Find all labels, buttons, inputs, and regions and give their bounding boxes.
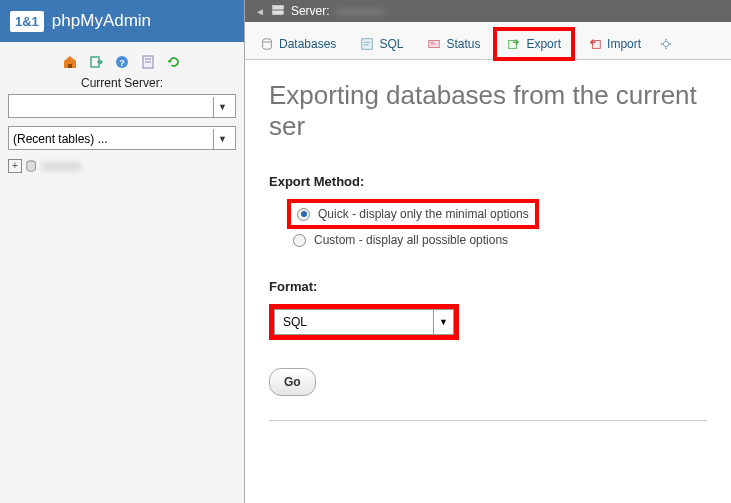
sql-icon: [360, 37, 374, 51]
svg-point-19: [664, 41, 669, 46]
svg-text:?: ?: [119, 58, 125, 68]
radio-label: Custom - display all possible options: [314, 233, 508, 247]
database-icon: [260, 37, 274, 51]
expand-icon[interactable]: +: [8, 159, 22, 173]
chevron-down-icon: ▼: [433, 310, 453, 334]
breadcrumb-label: Server:: [291, 4, 330, 18]
server-icon: [271, 3, 285, 20]
go-button[interactable]: Go: [269, 368, 316, 396]
recent-value: (Recent tables) ...: [13, 132, 108, 146]
radio-icon: [293, 234, 306, 247]
exit-icon[interactable]: [88, 54, 104, 70]
home-icon[interactable]: [62, 54, 78, 70]
sidebar: 1&1 phpMyAdmin ? Current Server: ▼ (Rece…: [0, 0, 245, 503]
settings-icon: [659, 37, 673, 51]
tab-databases[interactable]: Databases: [249, 30, 347, 58]
format-select[interactable]: SQL ▼: [274, 309, 454, 335]
logo-bar: 1&1 phpMyAdmin: [0, 0, 244, 42]
svg-rect-9: [273, 10, 284, 14]
format-label: Format:: [269, 279, 707, 294]
svg-rect-0: [68, 64, 72, 68]
radio-quick[interactable]: Quick - display only the minimal options: [287, 199, 539, 229]
tab-status[interactable]: Status: [416, 30, 491, 58]
tab-label: Status: [446, 37, 480, 51]
database-icon: [25, 159, 39, 173]
radio-custom[interactable]: Custom - display all possible options: [287, 229, 707, 251]
export-icon: [507, 37, 521, 51]
import-icon: [588, 37, 602, 51]
breadcrumb-server: xxxxxxxx: [336, 4, 384, 18]
help-icon[interactable]: ?: [114, 54, 130, 70]
method-label: Export Method:: [269, 174, 707, 189]
content: Exporting databases from the current ser…: [245, 60, 731, 441]
chevron-left-icon[interactable]: ◄: [255, 6, 265, 17]
sql-doc-icon[interactable]: [140, 54, 156, 70]
recent-tables-select[interactable]: (Recent tables) ... ▼: [8, 126, 236, 150]
reload-icon[interactable]: [166, 54, 182, 70]
main-panel: ◄ Server: xxxxxxxx Databases SQL Status …: [245, 0, 731, 503]
tab-export[interactable]: Export: [493, 27, 575, 61]
radio-icon: [297, 208, 310, 221]
svg-rect-11: [362, 38, 373, 49]
page-title: Exporting databases from the current ser: [269, 80, 707, 142]
radio-label: Quick - display only the minimal options: [318, 207, 529, 221]
current-server-label: Current Server:: [8, 76, 236, 90]
format-value: SQL: [275, 315, 433, 329]
tab-label: Databases: [279, 37, 336, 51]
db-tree-item[interactable]: + xxxxxx: [8, 158, 236, 173]
svg-point-10: [263, 38, 272, 42]
tab-label: SQL: [379, 37, 403, 51]
breadcrumb: ◄ Server: xxxxxxxx: [245, 0, 731, 22]
nav-icons: ?: [8, 54, 236, 70]
format-select-highlight: SQL ▼: [269, 304, 459, 340]
chevron-down-icon: ▼: [213, 129, 231, 149]
logo-badge: 1&1: [10, 11, 44, 32]
db-name: xxxxxx: [42, 158, 81, 173]
tab-sql[interactable]: SQL: [349, 30, 414, 58]
logo-text: phpMyAdmin: [52, 11, 151, 31]
server-select[interactable]: ▼: [8, 94, 236, 118]
tab-import[interactable]: Import: [577, 30, 652, 58]
tab-label: Export: [526, 37, 561, 51]
tab-more[interactable]: [654, 30, 678, 58]
export-method-group: Quick - display only the minimal options…: [287, 199, 707, 251]
status-icon: [427, 37, 441, 51]
tab-label: Import: [607, 37, 641, 51]
svg-rect-8: [273, 5, 284, 9]
tabs: Databases SQL Status Export Import: [245, 22, 731, 60]
chevron-down-icon: ▼: [213, 97, 231, 117]
divider: [269, 420, 707, 421]
